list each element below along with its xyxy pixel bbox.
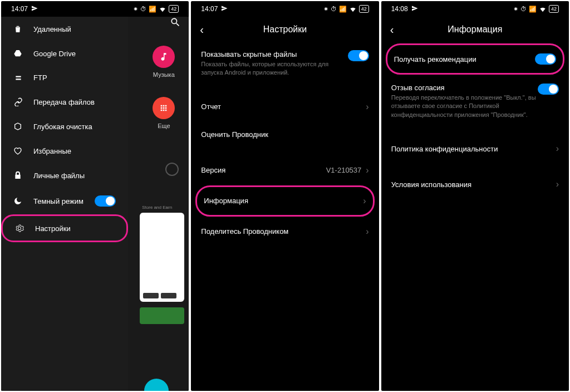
category-more[interactable]: Еще <box>139 97 189 129</box>
lock-icon <box>13 171 24 180</box>
battery-indicator: 42 <box>169 5 179 13</box>
music-icon <box>153 46 175 68</box>
darkmode-toggle[interactable] <box>95 195 116 207</box>
status-bar: 14:07 ⁕⏱📶 42 <box>191 1 379 17</box>
signal-icon: 📶 <box>149 6 156 13</box>
ftp-icon <box>13 74 24 82</box>
drawer-label: Настройки <box>35 224 71 233</box>
setting-terms[interactable]: Условия использования › <box>381 170 569 198</box>
alarm-icon: ⏱ <box>140 6 146 12</box>
phone-screen-1: 14:07 ⁕ ⏱ 📶 42 Музыка <box>1 1 189 391</box>
setting-rate[interactable]: Оценить Проводник <box>191 121 379 149</box>
phone-screen-3: 14:08 ⁕⏱📶 42 ‹ Информация Получать реком… <box>381 1 569 391</box>
grid-icon <box>153 97 175 119</box>
status-bar: 14:08 ⁕⏱📶 42 <box>381 1 569 17</box>
chevron-right-icon: › <box>556 144 559 154</box>
status-icons-right: ⁕⏱📶 42 <box>513 5 559 13</box>
page-title: Информация <box>404 24 547 35</box>
drawer-item-darkmode[interactable]: Темный режим <box>1 188 128 214</box>
setting-privacy[interactable]: Политика конфиденциальности › <box>381 135 569 163</box>
store-badges <box>143 293 176 298</box>
chevron-right-icon: › <box>366 165 368 175</box>
drawer-item-settings[interactable]: Настройки <box>1 214 128 242</box>
status-time: 14:07 <box>201 5 218 13</box>
page-header: ‹ Настройки <box>191 17 379 42</box>
gear-icon <box>15 224 26 233</box>
consent-toggle[interactable] <box>538 84 559 95</box>
telegram-icon <box>31 5 38 13</box>
setting-consent[interactable]: Отзыв согласия Переводя переключатель в … <box>381 76 569 127</box>
box-icon <box>13 122 24 131</box>
setting-information[interactable]: Информация › <box>197 187 372 215</box>
setting-hidden-files[interactable]: Показывать скрытые файлы Показать файлы,… <box>191 42 379 85</box>
drawer-item-gdrive[interactable]: Google Drive <box>1 41 128 66</box>
highlight-recommendations: Получать рекомендации <box>386 43 564 75</box>
setting-version[interactable]: Версия V1-210537 › <box>191 156 379 184</box>
heart-icon <box>13 146 24 155</box>
back-button[interactable]: ‹ <box>200 23 213 36</box>
drawer-label: Удаленный <box>33 25 71 33</box>
link-icon <box>13 97 24 106</box>
phone-screen-2: 14:07 ⁕⏱📶 42 ‹ Настройки Показывать скры… <box>191 1 379 391</box>
status-bar: 14:07 ⁕ ⏱ 📶 42 <box>1 1 189 17</box>
search-icon[interactable] <box>170 17 181 31</box>
drawer-item-deleted[interactable]: Удаленный <box>1 17 128 41</box>
gdrive-icon <box>13 49 24 58</box>
drawer-item-cleanup[interactable]: Глубокая очистка <box>1 114 128 139</box>
battery-indicator: 42 <box>549 5 559 13</box>
status-icons-right: ⁕⏱📶 42 <box>323 5 369 13</box>
wifi-icon <box>159 5 166 13</box>
hidden-files-toggle[interactable] <box>348 50 369 61</box>
information-list: Получать рекомендации Отзыв согласия Пер… <box>381 43 569 198</box>
drawer-label: Передача файлов <box>33 98 95 106</box>
recommendations-toggle[interactable] <box>535 53 556 65</box>
status-time: 14:07 <box>11 5 28 13</box>
status-icons-right: ⁕ ⏱ 📶 42 <box>133 5 179 13</box>
drawer-item-transfer[interactable]: Передача файлов <box>1 90 128 114</box>
chevron-right-icon: › <box>363 196 366 206</box>
telegram-icon <box>221 5 228 13</box>
chevron-right-icon: › <box>556 179 559 189</box>
home-categories: Музыка Еще <box>139 46 189 148</box>
settings-list: Показывать скрытые файлы Показать файлы,… <box>191 42 379 246</box>
drawer-label: Личные файлы <box>33 171 85 180</box>
trash-icon <box>13 24 24 33</box>
page-title: Настройки <box>213 24 356 35</box>
drawer-label: FTP <box>33 74 47 82</box>
status-time: 14:08 <box>391 5 408 13</box>
telegram-icon <box>411 5 418 13</box>
promo-action-button[interactable] <box>140 307 184 324</box>
drawer-item-private[interactable]: Личные файлы <box>1 163 128 188</box>
bluetooth-icon: ⁕ <box>133 6 138 13</box>
chevron-right-icon: › <box>366 102 368 112</box>
page-header: ‹ Информация <box>381 17 569 42</box>
drawer-label: Глубокая очистка <box>33 122 92 131</box>
promo-card[interactable]: Store and Earn <box>140 213 184 302</box>
setting-report[interactable]: Отчет › <box>191 93 379 121</box>
drawer-label: Google Drive <box>33 50 76 58</box>
drawer-item-favorites[interactable]: Избранные <box>1 139 128 163</box>
chevron-right-icon: › <box>366 227 368 237</box>
version-value: V1-210537 <box>326 166 362 174</box>
setting-recommendations[interactable]: Получать рекомендации <box>387 45 563 73</box>
drawer-label: Избранные <box>33 147 71 155</box>
navigation-drawer: Удаленный Google Drive FTP Передача файл… <box>1 17 128 391</box>
battery-indicator: 42 <box>359 5 369 13</box>
setting-share[interactable]: Поделитесь Проводником › <box>191 218 379 246</box>
back-button[interactable]: ‹ <box>390 23 404 36</box>
drawer-item-ftp[interactable]: FTP <box>1 66 128 90</box>
highlight-info: Информация › <box>195 185 374 217</box>
drawer-label: Темный режим <box>33 197 83 205</box>
moon-icon <box>13 197 24 205</box>
category-music[interactable]: Музыка <box>139 46 189 78</box>
